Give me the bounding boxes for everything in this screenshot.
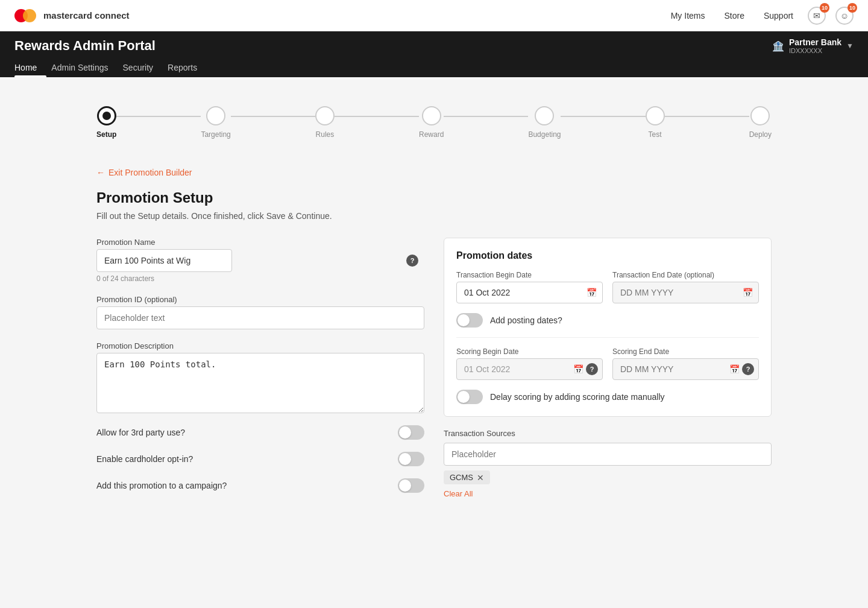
header-bar: Rewards Admin Portal 🏦 Partner Bank IDXX…: [0, 31, 868, 77]
arrow-left-icon: ←: [96, 168, 105, 177]
step-circle-targeting: [206, 106, 225, 125]
promo-dates-title: Promotion dates: [456, 250, 759, 261]
delay-toggle-row: Delay scoring by adding scoring date man…: [456, 390, 759, 404]
exit-promotion-builder-link[interactable]: ← Exit Promotion Builder: [96, 168, 772, 177]
add-campaign-label: Add this promotion to a campaign?: [96, 481, 227, 490]
txn-begin-calendar-icon[interactable]: 📅: [587, 288, 597, 297]
step-label-setup: Setup: [96, 130, 116, 139]
step-circle-budgeting: [535, 106, 554, 125]
txn-end-wrapper: 📅: [612, 282, 759, 303]
step-setup: Setup: [96, 106, 116, 139]
scoring-end-icons: 📅 ?: [729, 363, 754, 375]
step-budgeting: Budgeting: [528, 106, 561, 139]
txn-begin-wrapper: 📅: [456, 282, 603, 303]
txn-begin-label: Transaction Begin Date: [456, 271, 603, 279]
sources-label: Transaction Sources: [444, 429, 772, 438]
tag-gcms-label: GCMS: [450, 473, 473, 482]
step-line-2: [231, 116, 315, 117]
step-deploy: Deploy: [749, 106, 772, 139]
promo-desc-textarea[interactable]: Earn 100 Points total.: [96, 353, 424, 413]
scoring-end-help-icon[interactable]: ?: [742, 363, 754, 375]
portal-title: Rewards Admin Portal: [14, 38, 156, 54]
form-layout: Promotion Name ? 0 of 24 characters Prom…: [96, 238, 772, 498]
step-line-5: [561, 116, 645, 117]
promo-name-group: Promotion Name ? 0 of 24 characters: [96, 238, 424, 283]
scoring-begin-icons: 📅 ?: [573, 363, 598, 375]
add-campaign-row: Add this promotion to a campaign?: [96, 478, 424, 493]
tag-gcms: GCMS ✕: [444, 470, 490, 484]
clear-all-button[interactable]: Clear All: [444, 489, 772, 498]
allow-3rd-toggle[interactable]: [398, 425, 424, 440]
chevron-down-icon: ▼: [846, 42, 854, 50]
step-label-deploy: Deploy: [749, 130, 772, 139]
step-line-1: [116, 116, 201, 117]
txn-begin-input[interactable]: [456, 282, 603, 303]
step-label-targeting: Targeting: [201, 130, 230, 139]
promo-desc-group: Promotion Description Earn 100 Points to…: [96, 341, 424, 413]
scoring-end-calendar-icon[interactable]: 📅: [729, 364, 740, 374]
store-link[interactable]: Store: [724, 11, 744, 21]
scoring-begin-help-icon[interactable]: ?: [586, 363, 598, 375]
txn-end-calendar-icon[interactable]: 📅: [743, 288, 753, 297]
user-icon[interactable]: ☺ 10: [835, 7, 854, 25]
partner-bank-selector[interactable]: 🏦 Partner Bank IDXXXXXX ▼: [772, 37, 854, 54]
scoring-end-label: Scoring End Date: [612, 347, 759, 356]
mastercard-logo: [14, 7, 39, 24]
txn-end-input[interactable]: [612, 282, 759, 303]
notifications-icon[interactable]: ✉ 10: [808, 7, 826, 25]
promo-dates-box: Promotion dates Transaction Begin Date 📅…: [444, 238, 772, 417]
support-link[interactable]: Support: [764, 11, 793, 21]
form-title: Promotion Setup: [96, 189, 772, 206]
exit-link-label: Exit Promotion Builder: [108, 168, 192, 177]
sources-tags-row: GCMS ✕: [444, 470, 772, 484]
top-nav-links: My Items Store Support: [671, 11, 793, 21]
step-line-3: [335, 116, 419, 117]
add-campaign-toggle[interactable]: [398, 478, 424, 493]
step-rules: Rules: [315, 106, 335, 139]
user-badge: 10: [848, 3, 857, 13]
step-label-rules: Rules: [316, 130, 335, 139]
scoring-end-group: Scoring End Date 📅 ?: [612, 347, 759, 380]
cardholder-optin-label: Enable cardholder opt-in?: [96, 454, 193, 464]
step-circle-setup: [97, 106, 116, 125]
promo-id-group: Promotion ID (optional): [96, 295, 424, 329]
sources-input[interactable]: [444, 443, 772, 466]
brand-logo: mastercard connect: [14, 7, 130, 24]
form-subtitle: Fill out the Setup details. Once finishe…: [96, 211, 772, 221]
allow-3rd-row: Allow for 3rd party use?: [96, 425, 424, 440]
step-test: Test: [646, 106, 665, 139]
nav-reports[interactable]: Reports: [168, 58, 207, 77]
nav-admin-settings[interactable]: Admin Settings: [51, 58, 118, 77]
form-right: Promotion dates Transaction Begin Date 📅…: [444, 238, 772, 498]
promo-name-input[interactable]: [96, 249, 232, 272]
step-circle-test: [646, 106, 665, 125]
partner-bank-info: Partner Bank IDXXXXXX: [789, 37, 841, 54]
txn-begin-group: Transaction Begin Date 📅: [456, 271, 603, 303]
delay-scoring-toggle[interactable]: [456, 390, 483, 404]
nav-security[interactable]: Security: [123, 58, 163, 77]
cardholder-optin-toggle[interactable]: [398, 452, 424, 466]
notifications-badge: 10: [820, 3, 829, 13]
step-reward: Reward: [419, 106, 444, 139]
txn-end-group: Transaction End Date (optional) 📅: [612, 271, 759, 303]
brand-name: mastercard connect: [43, 10, 130, 21]
promo-desc-label: Promotion Description: [96, 341, 424, 350]
top-navigation: mastercard connect My Items Store Suppor…: [0, 0, 868, 31]
add-posting-toggle[interactable]: [456, 313, 483, 328]
step-label-budgeting: Budgeting: [528, 130, 561, 139]
nav-home[interactable]: Home: [14, 58, 46, 77]
cardholder-optin-row: Enable cardholder opt-in?: [96, 452, 424, 466]
step-label-test: Test: [649, 130, 662, 139]
add-posting-label: Add posting dates?: [490, 315, 562, 325]
mc-circle-right: [23, 9, 36, 22]
promo-id-input[interactable]: [96, 306, 424, 329]
my-items-link[interactable]: My Items: [671, 11, 705, 21]
scoring-begin-calendar-icon[interactable]: 📅: [573, 364, 583, 374]
scoring-date-row: Scoring Begin Date 📅 ? Scoring End Date: [456, 347, 759, 380]
step-line-4: [444, 116, 528, 117]
tag-gcms-close[interactable]: ✕: [477, 473, 484, 482]
transaction-sources-section: Transaction Sources GCMS ✕ Clear All: [444, 429, 772, 498]
promo-name-help-icon[interactable]: ?: [406, 255, 418, 267]
main-content: Setup Targeting Rules Reward Budgeting T…: [72, 77, 796, 518]
scoring-begin-wrapper: 📅 ?: [456, 358, 603, 380]
